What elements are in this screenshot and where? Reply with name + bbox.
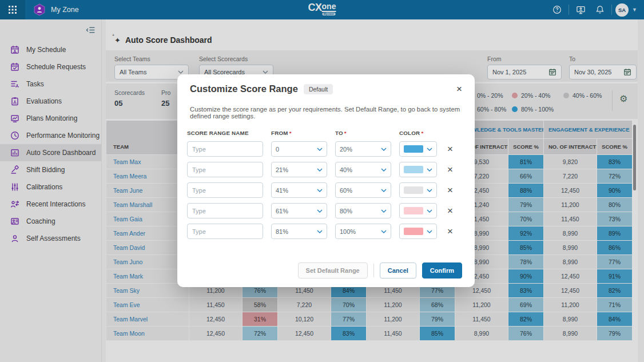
modal-description: Customize the score range as per your re…: [177, 94, 475, 120]
color-swatch: [404, 228, 423, 235]
color-select[interactable]: [399, 203, 437, 218]
customize-score-range-modal: Customize Score Range Default × Customiz…: [177, 74, 475, 287]
color-swatch: [404, 207, 423, 214]
color-select[interactable]: [399, 182, 437, 198]
color-swatch: [404, 166, 423, 173]
confirm-button[interactable]: Confirm: [422, 262, 462, 279]
col-to: TO*: [335, 130, 391, 136]
chevron-down-icon: [317, 209, 323, 213]
remove-range-icon[interactable]: ×: [445, 165, 455, 174]
from-value: 0: [276, 146, 317, 153]
score-range-row: 41%60%×: [177, 182, 475, 198]
from-select[interactable]: 41%: [271, 182, 327, 198]
score-range-name-input[interactable]: [187, 141, 263, 157]
from-select[interactable]: 21%: [271, 162, 327, 177]
score-range-row: 21%40%×: [177, 162, 475, 177]
chevron-down-icon: [427, 148, 432, 151]
score-range-name-input[interactable]: [187, 162, 263, 177]
to-select[interactable]: 20%: [335, 141, 391, 157]
color-select[interactable]: [399, 162, 437, 177]
cancel-button[interactable]: Cancel: [380, 262, 416, 279]
from-select[interactable]: 61%: [271, 203, 327, 218]
remove-range-icon[interactable]: ×: [445, 144, 455, 154]
color-select[interactable]: [399, 224, 437, 239]
set-default-range-button[interactable]: Set Default Range: [298, 262, 368, 279]
from-value: 21%: [276, 166, 317, 173]
score-range-rows: 020%×21%40%×41%60%×61%80%×81%100%×: [177, 141, 475, 239]
chevron-down-icon: [427, 168, 432, 172]
color-swatch: [404, 186, 423, 194]
to-value: 60%: [340, 187, 381, 194]
modal-header: Customize Score Range Default ×: [177, 74, 475, 94]
from-value: 81%: [276, 228, 317, 235]
col-color: COLOR*: [399, 130, 437, 136]
to-value: 100%: [340, 228, 381, 235]
to-value: 20%: [340, 146, 381, 153]
remove-range-icon[interactable]: ×: [445, 185, 455, 195]
chevron-down-icon: [381, 189, 387, 192]
to-value: 40%: [340, 166, 381, 173]
chevron-down-icon: [317, 168, 323, 172]
score-range-name-input[interactable]: [187, 203, 263, 218]
color-swatch: [404, 145, 423, 153]
col-score-range-name: SCORE RANGE NAME: [187, 130, 263, 136]
chevron-down-icon: [427, 209, 432, 213]
remove-range-icon[interactable]: ×: [445, 226, 455, 236]
chevron-down-icon: [381, 209, 387, 213]
col-from: FROM*: [271, 130, 327, 136]
color-select[interactable]: [399, 141, 437, 157]
from-value: 41%: [276, 187, 317, 194]
to-value: 80%: [340, 208, 381, 214]
footer-divider: [373, 264, 374, 277]
chevron-down-icon: [317, 230, 323, 233]
chevron-down-icon: [427, 230, 432, 233]
remove-range-icon[interactable]: ×: [445, 206, 455, 216]
close-icon[interactable]: ×: [456, 84, 462, 94]
chevron-down-icon: [317, 148, 323, 151]
chevron-down-icon: [381, 148, 387, 151]
to-select[interactable]: 60%: [335, 182, 391, 198]
score-range-row: 61%80%×: [177, 203, 475, 218]
from-select[interactable]: 81%: [271, 224, 327, 239]
chevron-down-icon: [427, 189, 432, 192]
chevron-down-icon: [381, 168, 387, 172]
score-range-row: 81%100%×: [177, 224, 475, 239]
score-range-name-input[interactable]: [187, 182, 263, 198]
default-badge: Default: [304, 84, 333, 94]
to-select[interactable]: 40%: [335, 162, 391, 177]
score-range-name-input[interactable]: [187, 224, 263, 239]
range-columns-header: SCORE RANGE NAME FROM* TO* COLOR*: [177, 130, 475, 136]
chevron-down-icon: [381, 230, 387, 233]
to-select[interactable]: 100%: [335, 224, 391, 239]
chevron-down-icon: [317, 189, 323, 192]
to-select[interactable]: 80%: [335, 203, 391, 218]
from-value: 61%: [276, 208, 317, 214]
score-range-row: 020%×: [177, 141, 475, 157]
from-select[interactable]: 0: [271, 141, 327, 157]
modal-footer: Set Default Range Cancel Confirm: [298, 262, 462, 279]
modal-title: Customize Score Range: [190, 83, 298, 94]
